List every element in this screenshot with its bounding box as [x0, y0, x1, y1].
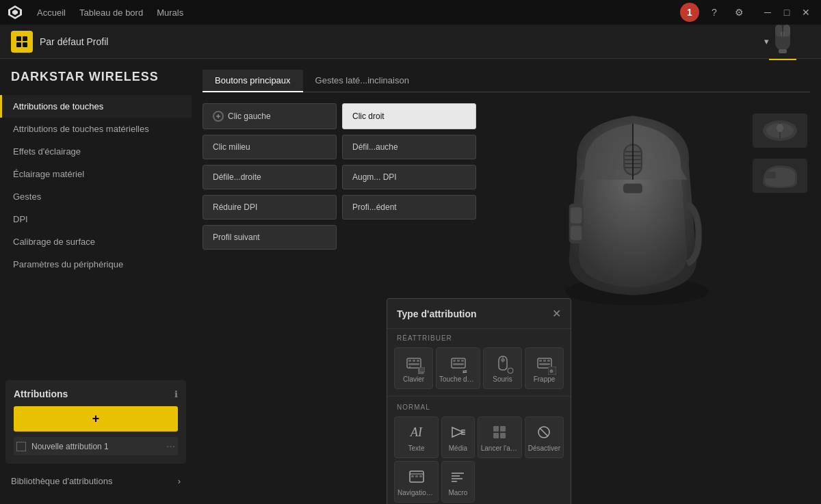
modal-item-souris[interactable]: Souris — [483, 347, 522, 389]
tabs-bar: Boutons principaux Gestes laté...inclina… — [203, 70, 810, 92]
sidebar-item-parametres[interactable]: Paramètres du périphérique — [0, 253, 192, 276]
settings-button[interactable]: ⚙ — [729, 3, 748, 22]
modal-item-texte[interactable]: AI Texte — [394, 416, 439, 458]
minimize-button[interactable]: ─ — [759, 4, 776, 21]
library-button[interactable]: Bibliothèque d'attributions › — [0, 469, 192, 493]
sidebar-item-attributions-touches[interactable]: Attributions de touches — [0, 95, 192, 118]
sidebar-item-dpi[interactable]: DPI — [0, 208, 192, 230]
modal-item-macro[interactable]: Macro — [441, 461, 475, 503]
mouse-thumb-top[interactable] — [753, 114, 807, 148]
modal-item-navigation[interactable]: Navigation ... — [394, 461, 439, 503]
attribution-item-label: Nouvelle attribution 1 — [31, 442, 161, 451]
btn-defil-auche[interactable]: Défil...auche — [342, 135, 476, 159]
modal-title: Type d'attribution — [397, 308, 477, 319]
modal-section-reattribuer: RÉATTRIBUER — [387, 329, 571, 345]
texte-label: Texte — [408, 445, 425, 452]
attributions-info-icon[interactable]: ℹ — [174, 389, 178, 399]
sidebar-item-gestes[interactable]: Gestes — [0, 185, 192, 208]
svg-rect-71 — [415, 475, 418, 477]
mouse-thumb-side[interactable] — [753, 159, 807, 193]
svg-point-31 — [777, 124, 783, 132]
close-button[interactable]: ✕ — [798, 4, 814, 21]
frappe-icon: ⊕ — [535, 354, 554, 373]
btn-clic-gauche[interactable]: Clic gauche — [203, 103, 337, 129]
clic-gauche-icon — [213, 111, 224, 122]
sidebar: DARKSTAR WIRELESS Attributions de touche… — [0, 59, 192, 504]
svg-rect-70 — [411, 475, 414, 477]
add-attribution-button[interactable]: + — [14, 406, 178, 432]
app-logo — [7, 4, 23, 21]
svg-rect-5 — [16, 42, 21, 47]
tab-gestes-lat[interactable]: Gestes laté...inclinaison — [303, 70, 421, 92]
svg-text:⊕: ⊕ — [549, 369, 553, 373]
svg-rect-72 — [419, 475, 422, 477]
profile-icon — [11, 31, 33, 53]
button-grid: Clic gauche Clic droit Clic milieu Défil… — [203, 103, 476, 250]
btn-defile-droite[interactable]: Défile...droite — [203, 165, 337, 189]
svg-rect-64 — [493, 433, 499, 438]
btn-augm-dpi[interactable]: Augm... DPI — [342, 165, 476, 189]
svg-rect-54 — [547, 360, 550, 362]
profi-edent-label: Profi...édent — [352, 202, 397, 212]
modal-item-lancer[interactable]: Lancer l'ap... — [478, 416, 522, 458]
mouse-svg — [513, 100, 753, 323]
maximize-button[interactable]: □ — [779, 4, 795, 21]
nav-tableau-de-bord[interactable]: Tableau de bord — [79, 8, 143, 18]
nav-murals[interactable]: Murals — [157, 8, 183, 18]
modal-header: Type d'attribution ✕ — [387, 299, 571, 329]
attribution-more-icon[interactable]: ⋯ — [166, 441, 175, 451]
alert-button[interactable]: 1 — [680, 3, 699, 22]
svg-rect-32 — [765, 172, 776, 178]
svg-rect-49 — [501, 358, 505, 362]
tab-boutons-principaux[interactable]: Boutons principaux — [203, 70, 303, 92]
titlebar-nav: Accueil Tableau de bord Murals — [37, 8, 666, 18]
clavier-icon: ≡ — [404, 354, 423, 373]
media-label: Média — [449, 445, 467, 452]
nav-accueil[interactable]: Accueil — [37, 8, 66, 18]
device-thumbnail — [770, 23, 796, 57]
attribution-list-item: Nouvelle attribution 1 ⋯ — [14, 437, 178, 455]
btn-clic-droit[interactable]: Clic droit — [342, 103, 476, 129]
navigation-label: Navigation ... — [398, 489, 435, 496]
modal-item-desactiver[interactable]: Désactiver — [525, 416, 564, 458]
modal-item-touche[interactable]: ⇄ Touche de ... — [436, 347, 480, 389]
profile-chevron[interactable]: ▾ — [764, 36, 769, 47]
touche-label: Touche de ... — [439, 375, 477, 383]
sidebar-item-calibrage[interactable]: Calibrage de surface — [0, 230, 192, 253]
modal-close-button[interactable]: ✕ — [552, 307, 561, 320]
btn-reduire-dpi[interactable]: Réduire DPI — [203, 195, 337, 220]
svg-rect-43 — [453, 360, 456, 362]
titlebar-controls: 1 ? ⚙ ─ □ ✕ — [680, 3, 814, 22]
modal-item-clavier[interactable]: ≡ Clavier — [394, 347, 433, 389]
attributions-header: Attributions ℹ — [14, 388, 178, 399]
help-button[interactable]: ? — [705, 3, 724, 22]
svg-rect-4 — [23, 36, 27, 41]
svg-rect-3 — [16, 36, 21, 41]
btn-profi-edent[interactable]: Profi...édent — [342, 195, 476, 220]
macro-icon — [448, 467, 467, 486]
mouse-illustration — [513, 100, 753, 305]
navigation-icon — [407, 467, 426, 486]
desactiver-icon — [534, 423, 553, 442]
texte-icon: AI — [407, 423, 426, 442]
modal-item-media[interactable]: Média — [441, 416, 475, 458]
svg-rect-41 — [419, 367, 425, 372]
sidebar-item-attributions-materielles[interactable]: Attributions de touches matérielles — [0, 118, 192, 140]
mouse-thumbnails — [753, 114, 807, 193]
lancer-label: Lancer l'ap... — [481, 445, 519, 452]
btn-profil-suivant[interactable]: Profil suivant — [203, 225, 337, 250]
sidebar-item-effets-eclairage[interactable]: Effets d'éclairage — [0, 140, 192, 163]
btn-clic-milieu[interactable]: Clic milieu — [203, 135, 337, 159]
attribution-checkbox[interactable] — [16, 442, 26, 451]
svg-rect-6 — [23, 42, 27, 47]
type-attribution-modal: Type d'attribution ✕ RÉATTRIBUER — [387, 298, 571, 504]
modal-reattribuer-grid: ≡ Clavier — [387, 345, 571, 395]
main-layout: DARKSTAR WIRELESS Attributions de touche… — [0, 59, 821, 504]
svg-rect-36 — [417, 360, 419, 362]
svg-rect-12 — [779, 49, 787, 53]
modal-item-frappe[interactable]: ⊕ Frappe — [525, 347, 564, 389]
macro-label: Macro — [448, 489, 467, 496]
touche-icon: ⇄ — [449, 354, 468, 373]
sidebar-item-eclairage-materiel[interactable]: Éclairage matériel — [0, 163, 192, 185]
reduire-dpi-label: Réduire DPI — [213, 202, 257, 212]
